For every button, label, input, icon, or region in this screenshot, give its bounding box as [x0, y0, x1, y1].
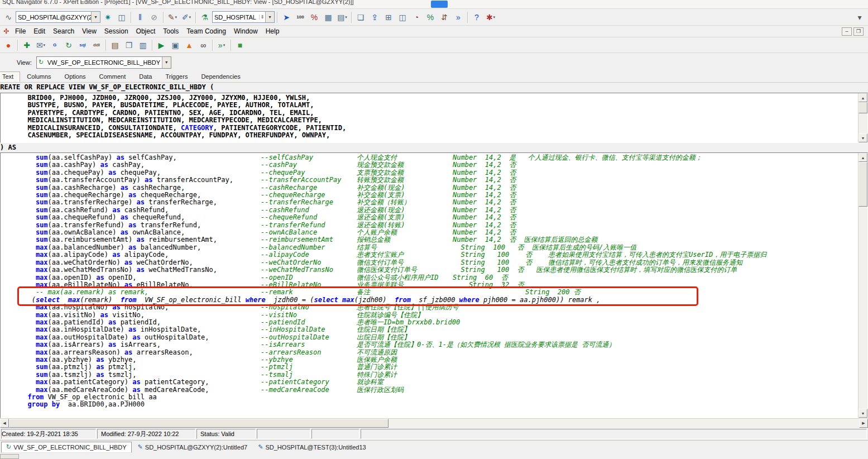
- bottom-tab-1[interactable]: ↻VW_SF_OP_ELECTRONIC_BILL_HBDY: [1, 442, 132, 453]
- image-icon[interactable]: ❏: [354, 11, 367, 23]
- bottom-tab-3[interactable]: ✎SD_HOSPITAL@TEST(3):Untitled13: [253, 442, 371, 453]
- menu-session[interactable]: Session: [100, 26, 132, 36]
- help-icon[interactable]: ?: [470, 11, 483, 23]
- tab-dependencies[interactable]: Dependencies: [194, 71, 247, 82]
- run-describe-icon[interactable]: ➤: [280, 11, 293, 23]
- record-icon[interactable]: ●: [2, 39, 15, 51]
- menu-view[interactable]: View: [78, 26, 100, 36]
- pause-icon[interactable]: ‖: [133, 11, 147, 23]
- scroll-left-icon[interactable]: ◀: [0, 419, 9, 428]
- scroll-down-icon[interactable]: ▼: [859, 133, 867, 142]
- new-session-icon[interactable]: ✷: [101, 11, 114, 23]
- chevrons-icon[interactable]: »▾: [215, 39, 228, 51]
- library-icon[interactable]: ▤: [108, 39, 122, 51]
- run-icon[interactable]: ▶: [155, 39, 168, 51]
- sql-editor-icon[interactable]: sql: [76, 39, 89, 51]
- scroll-up-icon[interactable]: ▲: [859, 153, 867, 162]
- analyze-percent-icon[interactable]: %: [424, 11, 437, 23]
- connect-icon[interactable]: ∿: [2, 11, 15, 23]
- tab-comment[interactable]: Comment: [93, 71, 133, 82]
- compare-icon[interactable]: ⇵: [438, 11, 451, 23]
- scroll-up-icon[interactable]: ▲: [859, 93, 867, 102]
- scroll-right-icon[interactable]: ▶: [859, 419, 868, 428]
- minimize-button[interactable]: –: [842, 27, 852, 36]
- send-icon[interactable]: ✉▾: [34, 39, 47, 51]
- refresh-icon-glyph: ↻: [65, 41, 72, 49]
- column-list-editor[interactable]: BRID00, PJH000, JZDH00, JZRQ00, JZSJ00, …: [1, 93, 858, 142]
- dropdown-arrow-icon[interactable]: ▼: [91, 12, 100, 22]
- scroll-track[interactable]: [389, 419, 859, 428]
- dropdown-arrow-icon[interactable]: ▾: [189, 15, 191, 19]
- output-window-icon[interactable]: ▣: [169, 39, 182, 51]
- menu-tools[interactable]: Tools: [159, 26, 183, 36]
- sql-body-editor[interactable]: sum(aa.selfCashPay) as selfCashPay,--sel…: [1, 153, 858, 418]
- menu-help[interactable]: Help: [262, 26, 284, 36]
- fast-forward-icon[interactable]: »: [452, 11, 465, 23]
- copy-icon[interactable]: ❐: [122, 39, 136, 51]
- header-vertical-scrollbar[interactable]: ▲ ▼: [858, 93, 867, 142]
- sessions-icon[interactable]: ◫: [115, 11, 128, 23]
- horizontal-scrollbar[interactable]: ◀ ▶: [0, 418, 868, 428]
- new-window-icon[interactable]: ⊞: [382, 11, 395, 23]
- dropdown-arrow-icon[interactable]: ▾: [175, 15, 178, 19]
- describe-icon[interactable]: ✎▾: [166, 11, 179, 23]
- dropdown-arrow-icon[interactable]: ▾: [44, 43, 46, 47]
- tile-windows-icon[interactable]: ◫: [396, 11, 409, 23]
- fetch-percent-icon[interactable]: %: [308, 11, 321, 23]
- menu-search[interactable]: Search: [49, 26, 78, 36]
- dropdown-arrow-icon[interactable]: ▾: [223, 43, 226, 47]
- code-line: group by aa.BRID00,aa.PJH000: [20, 401, 858, 408]
- view-select[interactable]: ↻ VW_SF_OP_ELECTRONIC_BILL_HBDY ▼: [36, 56, 171, 69]
- abort-icon[interactable]: ⊘: [147, 11, 161, 23]
- dropdown-arrow-icon[interactable]: ▾: [493, 15, 496, 19]
- fetch-100-icon[interactable]: 100: [294, 11, 307, 23]
- goto-icon[interactable]: G: [48, 39, 61, 51]
- add-icon[interactable]: ✚: [20, 39, 33, 51]
- dropdown-arrow-icon[interactable]: ▼: [265, 12, 274, 22]
- schema-flask-icon[interactable]: ⚗: [198, 11, 212, 23]
- find-icon[interactable]: ∞: [196, 39, 210, 51]
- menu-window[interactable]: Window: [230, 26, 262, 36]
- dropdown-arrow-icon[interactable]: ▼: [162, 57, 171, 68]
- tab-columns[interactable]: Columns: [20, 71, 57, 82]
- toolbar-overflow-icon[interactable]: ▾: [853, 11, 866, 23]
- scroll-thumb[interactable]: [859, 162, 867, 207]
- grid-icon[interactable]: ▦: [322, 11, 335, 23]
- tab-data[interactable]: Data: [132, 71, 159, 82]
- status-bar: Created: 19-2月-2021 18:35 Modified: 27-9…: [0, 428, 868, 440]
- options-icon[interactable]: ✱▾: [484, 11, 497, 23]
- code-line: max(aa.ybzhye) as ybzhye,--ybzhye医保账户余额: [20, 356, 858, 364]
- menu-file[interactable]: File: [11, 26, 30, 36]
- clipboard-icon[interactable]: ▥: [136, 39, 150, 51]
- connection-select[interactable]: SD_HOSPITAL@GZXYY(2)▼: [16, 11, 100, 23]
- tab-triggers[interactable]: Triggers: [159, 71, 194, 82]
- code-line: -- max(aa.remark) as remark,--remark备注 S…: [20, 289, 696, 296]
- code-template-icon[interactable]: ✐▾: [180, 11, 193, 23]
- recordset-icon[interactable]: ▤▾: [335, 11, 349, 23]
- scroll-thumb[interactable]: [9, 419, 389, 428]
- restore-button[interactable]: ❐: [853, 27, 864, 36]
- menu-object[interactable]: Object: [132, 26, 160, 36]
- scroll-down-icon[interactable]: ▼: [859, 409, 867, 418]
- dropdown-arrow-icon[interactable]: ▾: [345, 15, 347, 19]
- tab-options[interactable]: Options: [58, 71, 93, 82]
- refresh-icon[interactable]: ↻: [62, 39, 75, 51]
- scroll-track[interactable]: [859, 113, 867, 133]
- bottom-tab-2[interactable]: ✎SD_HOSPITAL@GZXYY(2):Untitled7: [133, 442, 252, 453]
- scroll-track[interactable]: [859, 207, 867, 409]
- menu-edit[interactable]: Edit: [30, 26, 49, 36]
- tab-text[interactable]: Text: [0, 71, 20, 82]
- publish-icon[interactable]: ⇪: [368, 11, 381, 23]
- code-line: sum(aa.transferAccountPay) as transferAc…: [20, 176, 858, 184]
- green-square-icon[interactable]: ■: [233, 39, 247, 51]
- scroll-thumb[interactable]: [859, 102, 867, 113]
- spin-buttons-icon[interactable]: ⇕: [259, 15, 265, 20]
- ddl-icon[interactable]: ddl: [90, 39, 103, 51]
- profiler-icon[interactable]: ◔: [410, 11, 423, 23]
- options-icon-glyph: ✱: [486, 13, 493, 21]
- menu-team-coding[interactable]: Team Coding: [183, 26, 230, 36]
- comment-name: --selfCashPay: [261, 154, 357, 161]
- flame-icon[interactable]: ▲: [183, 39, 196, 51]
- body-vertical-scrollbar[interactable]: ▲ ▼: [858, 153, 867, 418]
- schema-select[interactable]: SD_HOSPITAL⇕▼: [212, 11, 275, 23]
